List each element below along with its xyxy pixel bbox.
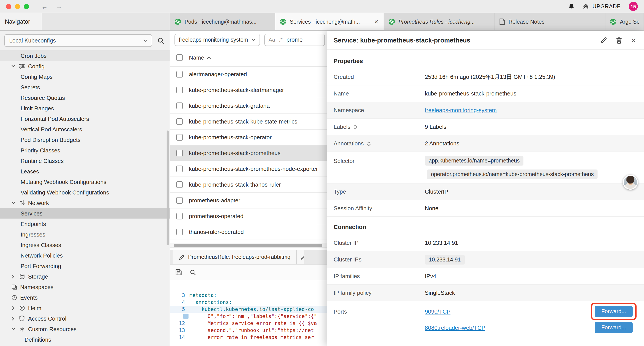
row-checkbox[interactable]: [176, 87, 183, 93]
row-checkbox[interactable]: [176, 118, 183, 125]
kubeconfig-selector[interactable]: Local Kubeconfigs: [4, 34, 152, 47]
sidebar-item-helm[interactable]: Helm: [0, 303, 170, 313]
property-row-selector: Selector app.kubernetes.io/name=promethe…: [326, 152, 644, 184]
events-clock-icon: [10, 295, 18, 300]
horizontal-scrollbar[interactable]: [170, 243, 326, 248]
yaml-editor[interactable]: 3metadata: 4 annotations: 5 kubectl.kube…: [170, 280, 326, 346]
sidebar-item-secrets[interactable]: Secrets: [0, 82, 170, 92]
search-input[interactable]: Aa .* prome: [264, 33, 325, 46]
table-row[interactable]: kube-prometheus-stack-thanos-ruler: [170, 177, 326, 193]
forward-button[interactable]: →: [56, 3, 62, 10]
upgrade-button[interactable]: UPGRADE: [583, 3, 621, 10]
sidebar-item-namespaces[interactable]: Namespaces: [0, 282, 170, 292]
sidebar-search-icon[interactable]: [158, 37, 164, 44]
table-row[interactable]: kube-prometheus-stack-operator: [170, 130, 326, 145]
row-checkbox[interactable]: [176, 150, 183, 156]
property-label: Annotations: [334, 140, 364, 147]
expand-collapse-icon[interactable]: [367, 141, 371, 146]
table-row[interactable]: kube-prometheus-stack-alertmanager: [170, 82, 326, 98]
notifications-bell-icon[interactable]: [568, 3, 575, 10]
table-row[interactable]: prometheus-operated: [170, 209, 326, 224]
sidebar-item-access-control[interactable]: Access Control: [0, 313, 170, 324]
row-checkbox[interactable]: [176, 134, 183, 141]
table-row[interactable]: kube-prometheus-stack-kube-state-metrics: [170, 114, 326, 130]
tab-services[interactable]: Services - icecheng@math... ×: [275, 13, 384, 30]
table-row-selected[interactable]: kube-prometheus-stack-prometheus: [170, 145, 326, 161]
fold-indicator[interactable]: [183, 314, 188, 319]
save-icon[interactable]: [175, 269, 182, 276]
sidebar-item-priority-classes[interactable]: Priority Classes: [0, 145, 170, 155]
edit-icon[interactable]: [600, 36, 608, 43]
table-row[interactable]: prometheus-adapter: [170, 193, 326, 209]
row-checkbox[interactable]: [176, 166, 183, 172]
zoom-window-button[interactable]: [24, 4, 29, 9]
close-window-button[interactable]: [6, 4, 12, 9]
tab-prometheus-rules[interactable]: Prometheus Rules - icecheng...: [384, 13, 495, 30]
user-avatar[interactable]: [623, 175, 638, 190]
row-checkbox[interactable]: [176, 213, 183, 219]
select-all-checkbox[interactable]: [176, 54, 183, 61]
sidebar-item-ingresses[interactable]: Ingresses: [0, 229, 170, 240]
sidebar-item-definitions[interactable]: Definitions: [0, 334, 170, 345]
editor-search-icon[interactable]: [190, 269, 196, 275]
sidebar-item-port-forwarding[interactable]: Port Forwarding: [0, 261, 170, 271]
namespace-link[interactable]: freeleaps-monitoring-system: [425, 107, 497, 113]
match-case-toggle[interactable]: Aa: [268, 36, 275, 43]
dock-tab-next[interactable]: [296, 250, 304, 264]
minimize-window-button[interactable]: [15, 4, 20, 9]
namespace-filter-select[interactable]: freeleaps-monitoring-system: [174, 33, 260, 46]
row-checkbox[interactable]: [176, 102, 183, 109]
sidebar-item-endpoints[interactable]: Endpoints: [0, 219, 170, 229]
pencil-icon: [300, 254, 304, 260]
sidebar-item-ingress-classes[interactable]: Ingress Classes: [0, 240, 170, 250]
sidebar-item-resource-quotas[interactable]: Resource Quotas: [0, 92, 170, 103]
sidebar-item-network[interactable]: Network: [0, 198, 170, 208]
sidebar-item-pod-disruption-budgets[interactable]: Pod Disruption Budgets: [0, 134, 170, 145]
sidebar-item-config[interactable]: Config: [0, 61, 170, 71]
sidebar-item-horizontal-pod-autoscalers[interactable]: Horizontal Pod Autoscalers: [0, 113, 170, 124]
tab-pods[interactable]: Pods - icecheng@mathmas...: [170, 13, 275, 30]
table-row[interactable]: alertmanager-operated: [170, 66, 326, 82]
row-checkbox[interactable]: [176, 229, 183, 235]
port-link-9090[interactable]: 9090/TCP: [425, 308, 450, 315]
expand-collapse-icon[interactable]: [354, 124, 358, 129]
sidebar-item-limit-ranges[interactable]: Limit Ranges: [0, 103, 170, 113]
sidebar-item-vertical-pod-autoscalers[interactable]: Vertical Pod Autoscalers: [0, 124, 170, 134]
sidebar-item-custom-resources[interactable]: Custom Resources: [0, 324, 170, 334]
close-tab-icon[interactable]: ×: [373, 18, 379, 25]
forward-port-button[interactable]: Forward...: [595, 306, 632, 317]
sidebar-item-services[interactable]: Services: [0, 208, 170, 219]
sidebar-item-storage[interactable]: Storage: [0, 271, 170, 282]
property-value[interactable]: 9 Labels: [425, 123, 637, 130]
sidebar-scrollbar[interactable]: [166, 130, 169, 245]
sidebar-item-leases[interactable]: Leases: [0, 166, 170, 177]
sidebar-item-cron-jobs[interactable]: Cron Jobs: [0, 50, 170, 61]
service-name: prometheus-adapter: [189, 197, 240, 204]
table-row[interactable]: kube-prometheus-stack-grafana: [170, 98, 326, 114]
sidebar-item-network-policies[interactable]: Network Policies: [0, 250, 170, 261]
dock-tab-prometheusrule[interactable]: PrometheusRule: freeleaps-prod-rabbitmq: [173, 250, 296, 264]
table-row[interactable]: kube-prometheus-stack-prometheus-node-ex…: [170, 161, 326, 177]
table-row[interactable]: thanos-ruler-operated: [170, 224, 326, 240]
row-checkbox[interactable]: [176, 197, 183, 204]
sidebar-item-runtime-classes[interactable]: Runtime Classes: [0, 155, 170, 166]
forward-port-button[interactable]: Forward...: [595, 322, 632, 333]
row-checkbox[interactable]: [176, 181, 183, 188]
sidebar-item-events[interactable]: Events: [0, 292, 170, 303]
sidebar-item-mutating-webhook-configurations[interactable]: Mutating Webhook Configurations: [0, 177, 170, 187]
sidebar-item-validating-webhook-configurations[interactable]: Validating Webhook Configurations: [0, 187, 170, 198]
property-value[interactable]: 2 Annotations: [425, 140, 637, 147]
delete-icon[interactable]: [616, 36, 622, 43]
back-button[interactable]: ←: [41, 3, 48, 10]
close-drawer-icon[interactable]: ×: [631, 36, 636, 44]
regex-toggle[interactable]: .*: [279, 36, 282, 43]
sidebar-item-config-maps[interactable]: Config Maps: [0, 71, 170, 82]
column-header-name[interactable]: Name: [189, 54, 204, 61]
table-header[interactable]: Name: [170, 49, 326, 66]
notification-count-badge[interactable]: 15: [629, 2, 638, 11]
tab-release-notes[interactable]: Release Notes: [495, 13, 606, 30]
horizontal-scrollbar-thumb[interactable]: [174, 244, 322, 247]
row-checkbox[interactable]: [176, 71, 183, 77]
port-link-8080-reloader-web[interactable]: 8080:reloader-web/TCP: [425, 324, 485, 331]
tab-argo[interactable]: Argo Se: [606, 13, 644, 30]
